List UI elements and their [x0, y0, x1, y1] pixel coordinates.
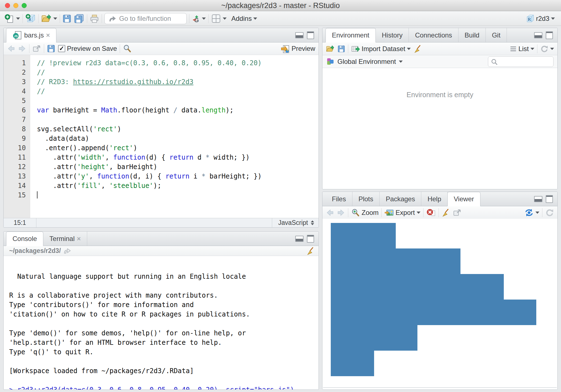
sync-viewer-button[interactable]	[524, 208, 539, 217]
save-icon[interactable]	[47, 44, 55, 53]
code-token: 'y'	[77, 172, 89, 180]
bar-rect	[331, 274, 504, 300]
line-number: 15	[4, 190, 26, 200]
language-mode-selector[interactable]: JavaScript	[272, 218, 319, 227]
popout-icon[interactable]	[32, 44, 41, 53]
code-editor[interactable]: 123456789101112131415 // !preview r2d3 d…	[4, 55, 319, 218]
tab-terminal[interactable]: Terminal×	[43, 232, 87, 246]
console-output[interactable]: Natural language support but running in …	[4, 256, 319, 390]
preview-on-save-toggle[interactable]: ✓ Preview on Save	[58, 45, 117, 52]
new-project-button[interactable]: R	[25, 14, 36, 24]
minimize-pane-icon[interactable]	[534, 196, 542, 202]
tab-packages[interactable]: Packages	[380, 192, 421, 206]
forward-icon[interactable]	[337, 209, 345, 217]
code-token: .data(data)	[37, 135, 89, 142]
code-token: (d, i) {	[129, 172, 165, 180]
tab-console[interactable]: Console	[6, 232, 43, 246]
tab-close-icon[interactable]: ×	[77, 235, 81, 243]
print-icon	[90, 14, 99, 23]
git-icon: G	[192, 14, 200, 23]
viewer-content[interactable]	[322, 219, 557, 390]
code-token: return	[165, 172, 189, 180]
refresh-environment-button[interactable]	[540, 45, 554, 53]
zoom-button[interactable]: Zoom	[351, 208, 379, 217]
search-icon[interactable]	[123, 44, 132, 53]
line-number: 3	[4, 77, 26, 87]
goto-file-input[interactable]	[104, 13, 187, 24]
clear-console-broom-icon[interactable]	[306, 247, 315, 255]
checkbox-checked-icon[interactable]: ✓	[58, 45, 65, 52]
code-line: //	[37, 87, 319, 96]
code-token: )	[133, 144, 137, 152]
export-button[interactable]: Export	[384, 208, 420, 217]
console-line	[9, 357, 319, 366]
refresh-icon	[540, 45, 549, 53]
svg-text:R: R	[528, 17, 531, 22]
save-workspace-icon[interactable]	[337, 45, 345, 53]
load-workspace-folder-icon[interactable]	[326, 45, 335, 53]
minimize-pane-icon[interactable]	[295, 236, 304, 242]
tab-git[interactable]: Git	[486, 28, 507, 42]
tab-label: Files	[332, 195, 346, 203]
code-token: var	[37, 106, 49, 114]
project-caret-icon	[551, 17, 555, 20]
tab-help[interactable]: Help	[421, 192, 447, 206]
zoom-magnifier-icon	[351, 208, 360, 217]
print-button[interactable]	[90, 14, 99, 23]
addins-caret-icon	[253, 17, 257, 20]
save-all-icon	[74, 14, 84, 23]
code-token: 'fill'	[77, 182, 101, 190]
code-token: )	[117, 125, 121, 133]
files-tab-bar: FilesPlotsPackagesHelpViewer	[322, 192, 557, 206]
maximize-pane-icon[interactable]	[307, 235, 314, 243]
new-file-button[interactable]	[4, 14, 20, 24]
clear-environment-broom-icon[interactable]	[414, 44, 422, 53]
project-name-label: r2d3	[536, 15, 549, 22]
maximize-pane-icon[interactable]	[546, 195, 553, 203]
version-control-button[interactable]: G	[192, 14, 206, 23]
code-line: // !preview r2d3 data=c(0.3, 0.6, 0.8, 0…	[37, 58, 319, 68]
minimize-pane-icon[interactable]	[295, 32, 304, 38]
tab-history[interactable]: History	[376, 28, 409, 42]
popout-icon[interactable]	[453, 208, 462, 217]
preview-button[interactable]: Preview	[280, 44, 315, 53]
list-view-button[interactable]: List	[510, 45, 534, 53]
tab-bars-js[interactable]: JS bars.js ×	[6, 28, 56, 42]
tab-label: Packages	[386, 195, 415, 203]
maximize-pane-icon[interactable]	[307, 31, 314, 39]
bar-rect	[331, 223, 396, 248]
code-token: // !preview r2d3 data=c(0.3, 0.6, 0.8, 0…	[37, 59, 262, 67]
workspace-panes-button[interactable]	[211, 14, 227, 23]
environment-tab-bar: EnvironmentHistoryConnectionsBuildGit	[322, 28, 557, 42]
window-title: ~/packages/r2d3 - master - RStudio	[0, 0, 561, 11]
import-dataset-button[interactable]: Import Dataset	[351, 45, 411, 53]
back-icon[interactable]	[326, 209, 334, 217]
minimize-pane-icon[interactable]	[534, 32, 542, 38]
line-number: 13	[4, 172, 26, 181]
code-token: barHeight =	[49, 106, 101, 114]
tab-plots[interactable]: Plots	[352, 192, 380, 206]
forward-icon[interactable]	[18, 45, 26, 52]
clear-viewer-broom-icon[interactable]	[442, 208, 450, 217]
tab-build[interactable]: Build	[459, 28, 486, 42]
goto-directory-icon[interactable]	[64, 248, 71, 254]
new-file-caret-icon	[16, 17, 20, 20]
refresh-icon[interactable]	[545, 208, 554, 217]
tab-connections[interactable]: Connections	[409, 28, 458, 42]
back-icon[interactable]	[7, 45, 15, 52]
save-button[interactable]	[62, 14, 71, 23]
open-file-button[interactable]	[41, 14, 57, 23]
tab-environment[interactable]: Environment	[325, 28, 376, 42]
remove-viewer-item-icon[interactable]	[426, 208, 436, 217]
maximize-pane-icon[interactable]	[546, 31, 553, 39]
addins-button[interactable]: Addins	[231, 15, 257, 22]
code-token: https://rstudio.github.io/r2d3	[73, 78, 193, 86]
code-token: barHeight; })	[206, 172, 262, 180]
project-menu-button[interactable]: R r2d3	[526, 14, 557, 23]
goto-arrow-icon	[108, 15, 116, 22]
tab-viewer[interactable]: Viewer	[447, 192, 480, 206]
tab-files[interactable]: Files	[326, 192, 352, 206]
global-environment-icon	[326, 57, 335, 66]
tab-close-icon[interactable]: ×	[46, 31, 50, 39]
save-all-button[interactable]	[74, 14, 84, 23]
